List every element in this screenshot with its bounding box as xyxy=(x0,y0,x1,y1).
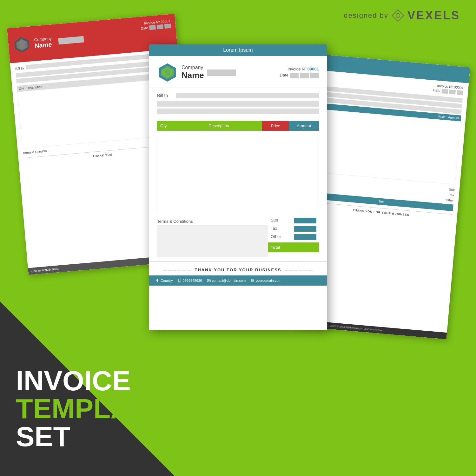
dark-date-box3 xyxy=(457,90,463,95)
invoice-line3: SET xyxy=(16,423,164,451)
footer-email-text: contact@domain.com xyxy=(212,279,246,282)
invoice-date-row: Date xyxy=(280,73,319,78)
date-box-2 xyxy=(300,73,309,78)
invoice-details-block: Invoice Nº 00001 Date xyxy=(280,67,319,78)
red-bill-label: Bill to xyxy=(15,66,24,70)
phone-icon xyxy=(178,279,182,282)
svg-point-12 xyxy=(179,281,180,282)
tax-value-box xyxy=(294,226,316,232)
sub-value-box xyxy=(294,218,316,223)
red-invoice-info: Invoice Nº 00001 Date xyxy=(140,19,171,31)
date-box-3 xyxy=(310,73,319,78)
tax-row: Tax xyxy=(268,225,319,233)
terms-section: Terms & Conditions xyxy=(157,216,268,257)
sub-label: Sub xyxy=(271,218,278,223)
company-name-placeholder xyxy=(207,69,236,76)
dark-table-body xyxy=(313,109,461,184)
location-icon xyxy=(155,279,159,282)
svg-point-1 xyxy=(396,14,400,18)
totals-section: Sub Tax Other Total xyxy=(268,216,319,257)
vexels-logo-text: VEXELS xyxy=(407,9,460,22)
invoice-footer: Country 0992548626 contact@domain.com yo… xyxy=(149,275,327,286)
dark-other-label: Other xyxy=(446,198,454,202)
dark-amount-header: Amount xyxy=(448,116,459,120)
footer-phone: 0992548626 xyxy=(178,279,202,282)
table-body-area xyxy=(157,131,319,213)
main-invoice-header: Company Name Invoice Nº 00001 Date xyxy=(149,56,327,88)
red-date-box3 xyxy=(164,24,171,29)
main-invoice-card: Lorem Ipsum Company Name Invoice Nº 0000… xyxy=(149,44,327,330)
main-header-bar: Lorem Ipsum xyxy=(149,44,327,56)
amount-header: Amount xyxy=(289,121,319,131)
red-company-bold: Name xyxy=(34,41,52,50)
footer-country-text: Country xyxy=(161,279,173,282)
main-invoice-logo xyxy=(157,62,178,83)
footer-email: contact@domain.com xyxy=(207,279,246,282)
bill-to-section: Bill to xyxy=(149,88,327,121)
terms-box xyxy=(157,225,268,257)
svg-marker-10 xyxy=(156,281,158,282)
date-label: Date xyxy=(280,73,288,78)
company-name-block: Company Name xyxy=(182,65,204,80)
red-invoice-logo xyxy=(12,35,31,54)
footer-website-text: yourdomain.com xyxy=(255,279,281,282)
footer-country: Country xyxy=(155,279,173,282)
description-header: Description xyxy=(175,121,262,131)
footer-phone-text: 0992548626 xyxy=(183,279,202,282)
svg-marker-0 xyxy=(392,10,404,22)
red-date-label: Date xyxy=(141,26,148,30)
invoice-number-value: 00001 xyxy=(307,67,319,71)
company-name-bold: Name xyxy=(182,70,204,80)
red-footer-text: Country 0992548626... xyxy=(31,267,61,273)
terms-label: Terms & Conditions xyxy=(157,216,268,225)
price-header: Price xyxy=(262,121,289,131)
date-box-1 xyxy=(290,73,299,78)
other-value-box xyxy=(294,234,316,240)
email-icon xyxy=(207,279,211,282)
total-label: Total xyxy=(271,245,280,250)
vexels-branding: designed by VEXELS xyxy=(344,9,460,22)
dark-sub-label: Sub xyxy=(449,188,455,192)
total-row: Total xyxy=(268,242,319,252)
bill-to-label: Bill to xyxy=(157,93,173,98)
dark-invoice-body: Invoice Nº 00001 Date Price Amount Sub T… xyxy=(305,70,469,224)
dark-date-box1 xyxy=(441,89,448,94)
designed-by-label: designed by xyxy=(344,11,388,20)
invoice-table: Qty Description Price Amount xyxy=(157,121,319,131)
red-date-box1 xyxy=(149,25,156,30)
dark-date-label: Date xyxy=(433,88,440,93)
invoice-line2: TEMPLATE xyxy=(16,395,164,423)
invoice-label-block: INVOICE TEMPLATE SET xyxy=(16,367,164,451)
other-label: Other xyxy=(271,234,281,240)
invoice-number-row: Invoice Nº 00001 xyxy=(280,67,319,71)
bill-line-short2 xyxy=(157,109,319,114)
sub-row: Sub xyxy=(268,216,319,225)
bill-to-row: Bill to xyxy=(157,93,319,98)
dark-price-header: Price xyxy=(438,115,446,119)
vexels-diamond-icon xyxy=(392,9,404,22)
web-icon xyxy=(250,279,254,282)
invoice-line1: INVOICE xyxy=(16,367,164,395)
terms-totals-section: Terms & Conditions Sub Tax Other Total xyxy=(157,216,319,257)
red-terms-label: Terms & Conditio... xyxy=(23,149,50,155)
thank-you-bar: THANK YOU FOR YOUR BUSINESS xyxy=(149,261,327,275)
red-company-placeholder xyxy=(58,36,84,45)
company-area: Company Name xyxy=(157,62,280,83)
bill-line-short1 xyxy=(157,101,319,107)
bill-to-line xyxy=(176,93,319,98)
qty-header: Qty xyxy=(157,121,175,131)
footer-website: yourdomain.com xyxy=(250,279,281,282)
red-desc-header: Description xyxy=(26,85,43,90)
other-row: Other xyxy=(268,233,319,241)
red-date-box2 xyxy=(157,24,163,30)
header-bar-text: Lorem Ipsum xyxy=(223,47,253,53)
red-qty-header: Qty xyxy=(19,87,24,90)
red-company-name: Company Name xyxy=(34,36,53,50)
dark-tax-label: Tax xyxy=(449,193,454,197)
company-name-label: Company xyxy=(182,65,204,70)
tax-label: Tax xyxy=(271,226,277,232)
invoice-number-label: Invoice Nº xyxy=(288,67,306,71)
dark-date-box2 xyxy=(449,89,456,95)
